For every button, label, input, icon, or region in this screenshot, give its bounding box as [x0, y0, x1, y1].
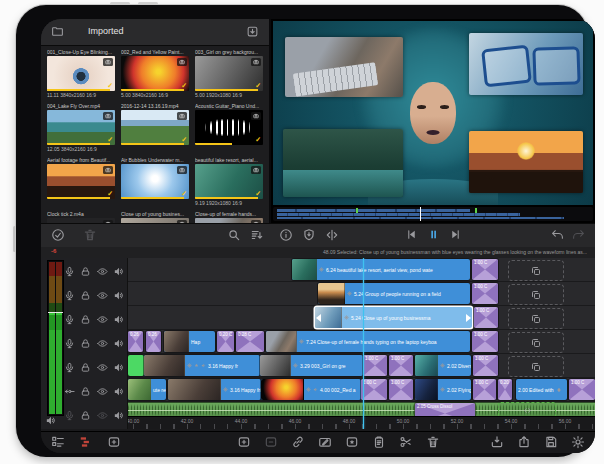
checkmark-icon: ✓: [181, 190, 187, 197]
library-item-info: [195, 145, 263, 153]
redo-button[interactable]: [572, 228, 585, 241]
previous-frame-button[interactable]: [405, 228, 418, 241]
lock-icon[interactable]: [80, 410, 91, 421]
paste-placeholder[interactable]: [508, 284, 564, 305]
add-track-button[interactable]: [107, 435, 121, 449]
mic-icon[interactable]: [64, 314, 75, 325]
lock-icon[interactable]: [80, 266, 91, 277]
library-item[interactable]: Aerial footage from Beautif...✓: [47, 156, 115, 210]
library-item-name: Acoustic Guitar_Piano Und...: [195, 102, 263, 110]
share-export-button[interactable]: [517, 435, 531, 449]
mic-icon[interactable]: [64, 290, 75, 301]
lock-icon[interactable]: [80, 314, 91, 325]
copy-clip-button[interactable]: [372, 435, 386, 449]
project-clips-button[interactable]: [51, 435, 65, 449]
edit-clip-button[interactable]: [318, 435, 332, 449]
timeline-ruler[interactable]: 40.0042.0044.0046.0048.0050.0052.0054.00…: [128, 416, 595, 429]
folder-icon[interactable]: [51, 25, 64, 38]
eye-icon[interactable]: [97, 338, 108, 349]
usage-progress-bar: [121, 89, 184, 91]
lock-icon[interactable]: [80, 362, 91, 373]
import-media-icon[interactable]: [246, 25, 259, 38]
paste-placeholder[interactable]: [508, 356, 564, 377]
import-button[interactable]: [490, 435, 504, 449]
library-item[interactable]: beautiful lake resort, aerial...✓9.19 19…: [195, 156, 263, 210]
lock-icon[interactable]: [80, 290, 91, 301]
library-item[interactable]: 001_Close-Up Eye Blinking...✓11.11 3840x…: [47, 48, 115, 102]
clip-info-button[interactable]: [279, 228, 293, 242]
copy-icon: [530, 289, 542, 301]
overwrite-clip-button[interactable]: [264, 435, 278, 449]
library-item[interactable]: 2016-12-14 13.16.19.mp4✓: [121, 102, 189, 156]
eye-icon[interactable]: [97, 314, 108, 325]
mic-icon[interactable]: [64, 362, 75, 373]
paste-placeholder[interactable]: [508, 308, 564, 329]
library-item[interactable]: 004_Lake Fly Over.mp4✓12.05 3840x2160 16…: [47, 102, 115, 156]
mic-icon[interactable]: [64, 338, 75, 349]
speaker-icon[interactable]: [113, 290, 124, 301]
ruler-tick-label: 42.00: [181, 418, 194, 424]
next-frame-button[interactable]: [449, 228, 462, 241]
library-item[interactable]: Clock tick 2.m4a: [47, 210, 115, 223]
paste-placeholder[interactable]: [508, 332, 564, 353]
overview-playhead[interactable]: [420, 207, 421, 221]
camera-icon: [103, 166, 113, 174]
speaker-icon[interactable]: [113, 338, 124, 349]
split-clip-button[interactable]: [399, 435, 413, 449]
library-item-name: 002_Red and Yellow Paint...: [121, 48, 189, 56]
save-project-button[interactable]: [544, 435, 558, 449]
library-item[interactable]: Acoustic Guitar_Piano Und...✓: [195, 102, 263, 156]
delete-clip-button[interactable]: [426, 435, 440, 449]
transition-clip[interactable]: 1.00 C: [569, 379, 595, 400]
ruler-tick-label: 54.00: [505, 418, 518, 424]
settings-button[interactable]: [571, 435, 585, 449]
track-controls-overlay-track-2: [61, 356, 127, 378]
eye-icon[interactable]: [97, 386, 108, 397]
maintrack-icon[interactable]: [64, 386, 75, 397]
link-clips-button[interactable]: [291, 435, 305, 449]
library-item[interactable]: 002_Red and Yellow Paint...✓5.00 3840x21…: [121, 48, 189, 102]
favorite-clip-button[interactable]: [345, 435, 359, 449]
eye-icon[interactable]: [97, 410, 108, 421]
timeline-panel: 6.24 beautiful lake resort, aerial view,…: [41, 258, 595, 429]
library-item[interactable]: Close up of young busines...: [121, 210, 189, 223]
eye-icon[interactable]: [97, 266, 108, 277]
speaker-icon[interactable]: [113, 362, 124, 373]
eye-icon[interactable]: [97, 290, 108, 301]
mic-icon[interactable]: [64, 266, 75, 277]
mic-icon[interactable]: [64, 410, 75, 421]
sort-button[interactable]: [250, 228, 264, 242]
speaker-icon[interactable]: [113, 410, 124, 421]
track-controls-column: [41, 258, 128, 429]
lock-icon[interactable]: [80, 338, 91, 349]
timeline-overview-scrubber[interactable]: [273, 207, 593, 221]
library-item[interactable]: Close-up of female hands...: [195, 210, 263, 223]
search-button[interactable]: [227, 228, 241, 242]
lock-icon[interactable]: [80, 386, 91, 397]
frame-badge-button[interactable]: [302, 228, 316, 242]
trim-mode-button[interactable]: [325, 228, 339, 242]
library-item-info: [121, 199, 189, 207]
markers-button[interactable]: [79, 435, 93, 449]
track-controls-audio-track-1: [61, 404, 127, 426]
delete-media-button[interactable]: [83, 228, 97, 242]
usage-progress-bar: [47, 89, 110, 91]
speaker-icon[interactable]: [113, 266, 124, 277]
media-library-panel: Imported 001_Close-Up Eye Blinking...✓11…: [41, 19, 269, 247]
select-clips-button[interactable]: [51, 228, 65, 242]
paste-placeholder[interactable]: [508, 260, 564, 281]
usage-progress-bar: [121, 197, 184, 199]
speaker-icon[interactable]: [113, 314, 124, 325]
speaker-icon[interactable]: [113, 386, 124, 397]
undo-button[interactable]: [551, 228, 564, 241]
timeline-playhead[interactable]: [363, 258, 364, 429]
library-item[interactable]: 003_Girl on grey backgrou...✓5.00 1920x1…: [195, 48, 263, 102]
monitor-volume-icon[interactable]: [45, 415, 56, 426]
eye-icon[interactable]: [97, 362, 108, 373]
camera-icon: [103, 58, 113, 66]
play-pause-button[interactable]: [427, 228, 440, 241]
checkmark-icon: ✓: [255, 190, 261, 197]
library-item[interactable]: Air Bubbles Underwater m...✓: [121, 156, 189, 210]
insert-clip-button[interactable]: [237, 435, 251, 449]
camera-icon: [251, 112, 261, 120]
